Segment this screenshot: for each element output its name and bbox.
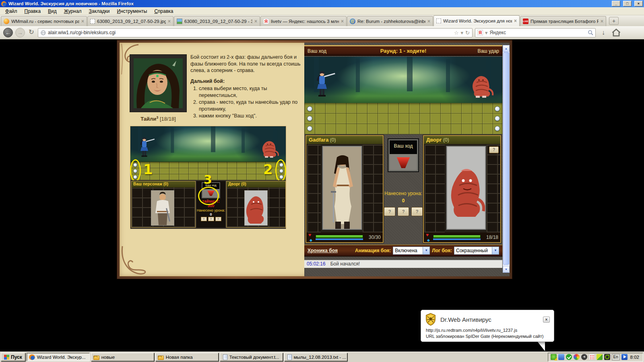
url-bar[interactable]: alair.wiw1.ru/cgi-bin/ekskurs.cgi ☆ ▾ ↻ xyxy=(38,28,473,37)
scroll-help-button[interactable]: ? xyxy=(398,207,409,216)
tutor-portrait-art xyxy=(134,58,183,108)
search-input[interactable]: Яндекс xyxy=(490,30,586,35)
menu-edit[interactable]: Правка xyxy=(21,8,45,15)
antivirus-status-icon[interactable] xyxy=(566,354,572,360)
move-radio[interactable] xyxy=(307,126,312,131)
scrollbar-thumb[interactable] xyxy=(503,52,509,265)
task-label: Новая папка xyxy=(166,355,193,360)
taskbar-clock[interactable]: 8:02 xyxy=(629,355,640,360)
tab-image-jpg[interactable]: 63080_2013_09_12_07-50-29.jpg (... × xyxy=(87,16,173,26)
start-button[interactable]: Пуск xyxy=(1,353,25,361)
menu-history[interactable]: Журнал xyxy=(60,8,85,15)
search-bar[interactable]: Я ▾ Яндекс xyxy=(475,28,596,37)
tab-close-icon[interactable]: × xyxy=(254,19,257,24)
scroll-help-button[interactable]: ? xyxy=(384,207,395,216)
tab-close-icon[interactable]: × xyxy=(81,19,84,24)
mini-player-art xyxy=(151,191,174,225)
menu-view[interactable]: Вид xyxy=(44,8,60,15)
bookmark-star-icon[interactable]: ☆ xyxy=(454,30,459,36)
forward-button[interactable]: → xyxy=(15,28,25,37)
tutor-hp: [18/18] xyxy=(160,116,176,122)
log-mode-value: Сокращенный xyxy=(456,248,490,253)
yandex-engine-icon[interactable]: Я xyxy=(477,30,483,35)
strike-radio[interactable] xyxy=(495,126,500,131)
scheduler-icon[interactable] xyxy=(597,354,603,360)
tab-close-icon[interactable]: × xyxy=(341,19,344,24)
menu-help[interactable]: Справка xyxy=(151,8,177,15)
blank-page-icon xyxy=(436,19,441,23)
back-button[interactable]: ← xyxy=(3,28,13,37)
taskbar-item-text-document[interactable]: Текстовый документ.t... xyxy=(220,353,283,361)
menu-bookmarks[interactable]: Закладки xyxy=(85,8,114,15)
mini-scene-art xyxy=(130,126,286,162)
taskbar-item-folder-new[interactable]: Новая папка xyxy=(155,353,219,361)
tutorial-step: нажми кнопку "Ваш ход". xyxy=(199,113,304,119)
url-dropdown-icon[interactable]: ▾ xyxy=(461,30,464,36)
firefox-icon xyxy=(1,1,6,6)
home-button[interactable] xyxy=(611,28,621,37)
battle-header: Ваш ход Раунд: 1 - ходите! Ваш удар xyxy=(304,45,502,56)
close-button[interactable]: × xyxy=(634,1,643,6)
search-icon[interactable] xyxy=(588,30,593,35)
equipment-slots[interactable] xyxy=(363,145,383,232)
battle-animation-select[interactable]: Включена ▼ xyxy=(393,247,430,255)
chevron-down-icon[interactable]: ▼ xyxy=(423,247,429,254)
reload-icon[interactable]: ↻ xyxy=(465,30,470,36)
move-radio[interactable] xyxy=(307,116,312,121)
equipment-slots[interactable] xyxy=(487,145,500,232)
chevron-down-icon[interactable]: ▼ xyxy=(492,247,499,254)
player-tray-icon[interactable] xyxy=(621,354,627,360)
tab-mail[interactable]: @ Re: Burum - zshhekoturova@inbox... × xyxy=(347,16,433,26)
menu-tools[interactable]: Инструменты xyxy=(114,8,151,15)
downloads-button[interactable]: ↓ xyxy=(598,28,609,37)
tutor-name: Тайли3 [18/18] xyxy=(122,115,194,122)
scroll-up-icon[interactable]: ▲ xyxy=(503,45,510,52)
engine-dropdown-icon[interactable]: ▾ xyxy=(485,30,488,36)
language-indicator[interactable]: En xyxy=(612,354,620,360)
volume-icon[interactable] xyxy=(581,354,587,360)
menu-bar: Файл Правка Вид Журнал Закладки Инструме… xyxy=(0,7,644,15)
tab-wizard-world[interactable]: Wizard World. Экскурсия для нов... × xyxy=(433,15,520,26)
grid-app-icon[interactable] xyxy=(589,354,595,360)
equipment-slots[interactable] xyxy=(425,145,445,232)
tab-wmmail[interactable]: WMmail.ru - сервис почтовых расс... × xyxy=(1,16,87,26)
taskbar-item-myly-txt[interactable]: мылы_12.08.2013.txt - ... xyxy=(284,353,347,361)
help-button[interactable]: ? xyxy=(489,146,499,153)
strike-radio[interactable] xyxy=(495,106,500,111)
chronicle-link[interactable]: Хроника боя xyxy=(308,248,338,253)
tab-close-icon[interactable]: × xyxy=(427,19,430,24)
turn-button[interactable]: Ваш ход xyxy=(388,138,419,172)
close-icon[interactable]: × xyxy=(543,317,550,323)
tab-close-icon[interactable]: × xyxy=(514,18,517,24)
battle-scrollbar[interactable]: ▲ ▼ xyxy=(503,45,510,273)
task-label: новые xyxy=(101,355,115,360)
tab-close-icon[interactable]: × xyxy=(168,19,171,24)
tab-close-icon[interactable]: × xyxy=(601,19,603,24)
folder-icon xyxy=(93,356,99,360)
palette-icon[interactable] xyxy=(574,354,580,360)
maximize-button[interactable]: □ xyxy=(623,1,632,6)
nvidia-icon[interactable] xyxy=(604,354,610,360)
firefox-icon xyxy=(29,354,35,360)
drweb-tray-icon[interactable] xyxy=(551,354,557,360)
battle-log-select[interactable]: Сокращенный ▼ xyxy=(454,247,499,255)
url-text[interactable]: alair.wiw1.ru/cgi-bin/ekskurs.cgi xyxy=(48,30,452,35)
strike-radio[interactable] xyxy=(495,116,500,121)
minimize-button[interactable]: _ xyxy=(612,1,620,6)
tab-live-stream[interactable]: LIVE Прямая трансляция Ботафого РЖ... × xyxy=(520,16,606,26)
taskbar-item-folder-novye[interactable]: новые xyxy=(91,353,154,361)
tab-yandex-search[interactable]: Я livetv — Яндекс: нашлось 3 млн о... × xyxy=(260,16,347,26)
move-radio[interactable] xyxy=(307,106,312,111)
recent-pages-icon[interactable]: ↻ xyxy=(27,28,35,37)
equipment-slots[interactable] xyxy=(307,145,321,232)
taskbar-item-firefox[interactable]: Wizard World. Экскур... xyxy=(27,353,90,361)
menu-file[interactable]: Файл xyxy=(2,8,21,15)
enemy-name: Дворг xyxy=(426,137,442,143)
new-tab-button[interactable]: + xyxy=(609,17,619,25)
scroll-help-button[interactable]: ? xyxy=(411,207,423,216)
tab-image-viewer[interactable]: 63080_2013_09_12_07-50-29 - За... × xyxy=(174,16,260,26)
network-icon[interactable] xyxy=(558,354,564,360)
player-portrait xyxy=(322,146,362,230)
scroll-down-icon[interactable]: ▼ xyxy=(503,266,510,273)
tab-label: Прямая трансляция Ботафого РЖ... xyxy=(530,19,599,24)
